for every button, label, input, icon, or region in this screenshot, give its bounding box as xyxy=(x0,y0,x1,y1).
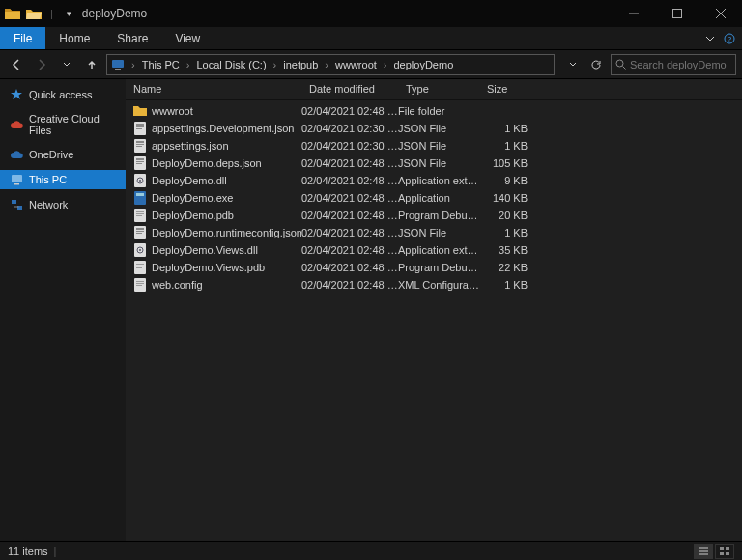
network-icon xyxy=(10,198,23,211)
crumb-wwwroot[interactable]: wwwroot xyxy=(335,59,377,70)
json-icon xyxy=(133,156,147,170)
sidebar-item-quick-access[interactable]: Quick access xyxy=(0,85,126,104)
cell-name: wwwroot xyxy=(133,104,301,118)
cell-type: Program Debug D... xyxy=(398,210,479,221)
table-row[interactable]: appsettings.json02/04/2021 02:30 pmJSON … xyxy=(126,137,742,154)
cell-type: JSON File xyxy=(398,157,479,169)
view-icons-button[interactable] xyxy=(715,544,734,559)
svg-rect-34 xyxy=(136,233,142,234)
svg-rect-44 xyxy=(136,283,144,284)
cell-size: 35 KB xyxy=(479,244,528,256)
dll-icon xyxy=(133,174,147,187)
cell-size: 1 KB xyxy=(479,140,528,152)
cell-date: 02/04/2021 02:48 pm xyxy=(301,175,398,186)
ribbon-expand-icon[interactable] xyxy=(703,32,717,45)
maximize-button[interactable] xyxy=(655,0,699,27)
cell-size: 20 KB xyxy=(479,210,528,221)
close-button[interactable] xyxy=(699,0,742,27)
sidebar-item-network[interactable]: Network xyxy=(0,195,126,214)
pc-icon xyxy=(10,173,23,186)
minimize-button[interactable] xyxy=(612,0,655,27)
recent-locations-button[interactable] xyxy=(56,54,77,75)
cell-size: 9 KB xyxy=(479,175,528,186)
cell-size: 105 KB xyxy=(479,157,528,169)
refresh-button[interactable] xyxy=(585,54,607,75)
column-header-date[interactable]: Date modified xyxy=(301,79,398,99)
search-box[interactable] xyxy=(611,54,736,75)
cell-size: 1 KB xyxy=(479,123,528,134)
crumb-sep: › xyxy=(273,59,277,70)
cell-type: Application exten... xyxy=(398,175,479,186)
svg-rect-0 xyxy=(672,10,681,18)
address-dropdown-button[interactable] xyxy=(562,54,584,75)
sidebar-item-this-pc[interactable]: This PC xyxy=(0,170,126,189)
cell-date: 02/04/2021 02:48 pm xyxy=(301,227,398,238)
navigation-pane: Quick access Creative Cloud Files OneDri… xyxy=(0,79,126,541)
cell-name: DeployDemo.Views.pdb xyxy=(133,261,301,274)
svg-rect-6 xyxy=(12,175,22,182)
up-button[interactable] xyxy=(81,54,102,75)
view-details-button[interactable] xyxy=(694,544,713,559)
file-name: wwwroot xyxy=(152,105,193,117)
search-input[interactable] xyxy=(630,59,731,70)
svg-point-24 xyxy=(139,180,141,182)
crumb-inetpub[interactable]: inetpub xyxy=(283,59,318,70)
table-row[interactable]: wwwroot02/04/2021 02:48 pmFile folder xyxy=(126,102,742,120)
cell-date: 02/04/2021 02:48 pm xyxy=(301,105,398,117)
help-icon[interactable]: ? xyxy=(723,32,736,45)
status-item-count: 11 items xyxy=(8,546,48,557)
file-list-pane: Name Date modified Type Size wwwroot02/0… xyxy=(126,79,742,541)
table-row[interactable]: DeployDemo.runtimeconfig.json02/04/2021 … xyxy=(126,224,742,241)
tab-view[interactable]: View xyxy=(161,27,214,49)
table-row[interactable]: DeployDemo.Views.dll02/04/2021 02:48 pmA… xyxy=(126,241,742,259)
crumb-current[interactable]: deployDemo xyxy=(394,59,454,70)
file-icon xyxy=(133,261,147,274)
svg-rect-28 xyxy=(136,211,144,212)
svg-point-37 xyxy=(139,249,141,251)
column-headers: Name Date modified Type Size xyxy=(126,79,742,100)
svg-rect-20 xyxy=(136,161,144,162)
view-toggle xyxy=(694,544,734,559)
qat-chevron-icon[interactable]: ▾ xyxy=(61,5,78,22)
svg-rect-15 xyxy=(136,141,144,143)
window-controls xyxy=(612,0,742,27)
file-name: appsettings.json xyxy=(152,140,229,152)
column-header-type[interactable]: Type xyxy=(398,79,479,99)
svg-rect-11 xyxy=(136,124,144,126)
cell-type: Application xyxy=(398,192,479,204)
svg-rect-13 xyxy=(136,128,142,129)
column-header-name[interactable]: Name xyxy=(126,79,301,99)
exe-icon xyxy=(133,191,147,205)
cell-size: 1 KB xyxy=(479,227,528,238)
table-row[interactable]: DeployDemo.dll02/04/2021 02:48 pmApplica… xyxy=(126,172,742,189)
tab-home[interactable]: Home xyxy=(45,27,103,49)
folder-open-icon[interactable] xyxy=(25,5,43,22)
back-button[interactable] xyxy=(6,54,27,75)
svg-rect-45 xyxy=(136,285,142,286)
sidebar-item-creative-cloud[interactable]: Creative Cloud Files xyxy=(0,110,126,139)
cell-type: Program Debug D... xyxy=(398,262,479,273)
sidebar-item-label: OneDrive xyxy=(29,149,73,160)
table-row[interactable]: DeployDemo.exe02/04/2021 02:48 pmApplica… xyxy=(126,189,742,207)
tab-share[interactable]: Share xyxy=(103,27,161,49)
table-row[interactable]: DeployDemo.deps.json02/04/2021 02:48 pmJ… xyxy=(126,154,742,172)
search-icon xyxy=(615,59,626,70)
address-bar[interactable]: › This PC › Local Disk (C:) › inetpub › … xyxy=(106,54,555,75)
column-header-size[interactable]: Size xyxy=(479,79,528,99)
crumb-drive[interactable]: Local Disk (C:) xyxy=(196,59,266,70)
cell-date: 02/04/2021 02:48 pm xyxy=(301,210,398,221)
svg-rect-43 xyxy=(136,281,144,282)
svg-rect-46 xyxy=(720,547,724,550)
table-row[interactable]: DeployDemo.pdb02/04/2021 02:48 pmProgram… xyxy=(126,207,742,224)
svg-rect-17 xyxy=(136,146,142,147)
table-row[interactable]: appsettings.Development.json02/04/2021 0… xyxy=(126,120,742,137)
table-row[interactable]: DeployDemo.Views.pdb02/04/2021 02:48 pmP… xyxy=(126,259,742,276)
forward-button[interactable] xyxy=(31,54,52,75)
table-row[interactable]: web.config02/04/2021 02:48 pmXML Configu… xyxy=(126,276,742,294)
sidebar-item-onedrive[interactable]: OneDrive xyxy=(0,145,126,164)
crumb-this-pc[interactable]: This PC xyxy=(142,59,180,70)
file-name: DeployDemo.dll xyxy=(152,175,227,186)
star-icon xyxy=(10,88,23,101)
svg-rect-21 xyxy=(136,163,142,164)
tab-file[interactable]: File xyxy=(0,27,45,49)
